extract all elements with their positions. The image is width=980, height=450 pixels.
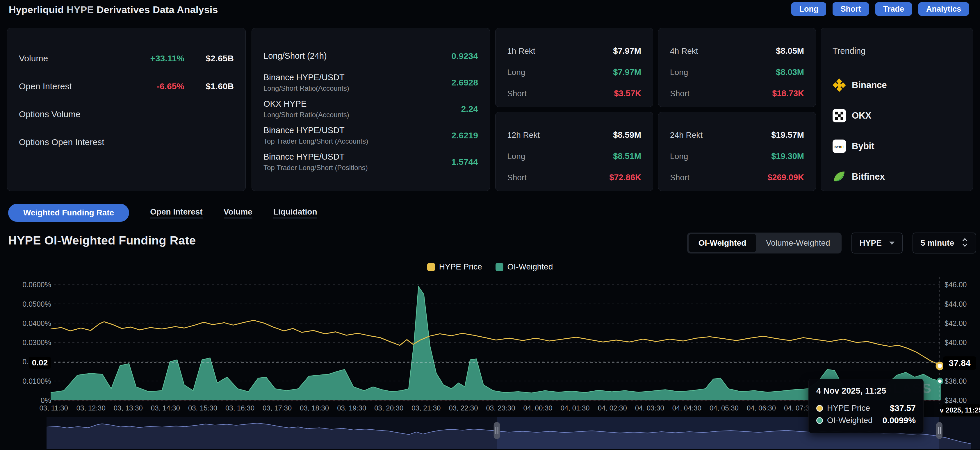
svg-text:$42.00: $42.00: [945, 319, 967, 328]
svg-text:04, 03:30: 04, 03:30: [635, 404, 664, 412]
svg-text:03, 12:30: 03, 12:30: [76, 404, 105, 412]
svg-text:$46.00: $46.00: [945, 280, 967, 289]
svg-text:04, 01:30: 04, 01:30: [561, 404, 590, 412]
svg-text:0.0400%: 0.0400%: [22, 319, 51, 328]
svg-text:$34.00: $34.00: [945, 396, 967, 404]
svg-text:03, 21:30: 03, 21:30: [412, 404, 441, 412]
svg-text:03, 20:30: 03, 20:30: [374, 404, 403, 412]
svg-text:04, 04:30: 04, 04:30: [672, 404, 702, 412]
svg-text:$36.00: $36.00: [945, 377, 967, 385]
hype-price-dot-icon: [816, 405, 823, 412]
svg-text:03, 15:30: 03, 15:30: [188, 404, 217, 412]
navigator-right-handle[interactable]: [936, 422, 942, 439]
svg-text:0%: 0%: [41, 396, 51, 404]
oi-weighted-swatch: [496, 263, 503, 271]
tooltip-row: OI-Weighted 0.0099%: [816, 414, 916, 426]
svg-text:0.0300%: 0.0300%: [22, 339, 51, 347]
svg-text:$40.00: $40.00: [945, 339, 967, 347]
legend-label: HYPE Price: [439, 262, 482, 272]
svg-text:03, 14:30: 03, 14:30: [151, 404, 180, 412]
svg-text:03, 19:30: 03, 19:30: [337, 404, 366, 412]
svg-text:03, 17:30: 03, 17:30: [262, 404, 292, 412]
legend-item-hype-price[interactable]: HYPE Price: [427, 262, 482, 272]
svg-text:03, 11:30: 03, 11:30: [40, 404, 68, 412]
legend-item-oi-weighted[interactable]: OI-Weighted: [496, 262, 553, 272]
svg-text:03, 22:30: 03, 22:30: [449, 404, 478, 412]
tooltip-value: 0.0099%: [883, 416, 916, 425]
svg-text:04, 06:30: 04, 06:30: [747, 404, 776, 412]
navigator-left-handle[interactable]: [494, 422, 500, 439]
svg-text:$44.00: $44.00: [945, 300, 967, 308]
svg-text:03, 23:30: 03, 23:30: [486, 404, 515, 412]
svg-text:03, 13:30: 03, 13:30: [114, 404, 143, 412]
svg-text:37.84: 37.84: [948, 358, 970, 368]
svg-text:v 2025, 11:25: v 2025, 11:25: [940, 406, 980, 414]
svg-text:04, 02:30: 04, 02:30: [598, 404, 627, 412]
chart-tooltip: 4 Nov 2025, 11:25 HYPE Price $37.57 OI-W…: [808, 379, 924, 433]
tooltip-label: HYPE Price: [827, 404, 886, 413]
tooltip-value: $37.57: [890, 404, 916, 413]
tooltip-row: HYPE Price $37.57: [816, 402, 916, 414]
svg-text:03, 18:30: 03, 18:30: [300, 404, 329, 412]
svg-text:04, 05:30: 04, 05:30: [710, 404, 739, 412]
tooltip-label: OI-Weighted: [827, 416, 878, 425]
chart-legend: HYPE Price OI-Weighted: [0, 262, 980, 272]
oi-weighted-dot-icon: [816, 417, 823, 424]
hype-price-swatch: [427, 263, 435, 271]
svg-text:0.0500%: 0.0500%: [22, 300, 51, 308]
svg-text:04, 00:30: 04, 00:30: [523, 404, 552, 412]
hyperliquid-derivatives-dashboard: Hyperliquid HYPE Derivatives Data Analys…: [0, 0, 980, 450]
svg-text:0.0600%: 0.0600%: [22, 280, 51, 289]
tooltip-title: 4 Nov 2025, 11:25: [816, 386, 916, 396]
svg-text:03, 16:30: 03, 16:30: [225, 404, 255, 412]
legend-label: OI-Weighted: [508, 262, 553, 272]
svg-text:0.0100%: 0.0100%: [22, 377, 51, 385]
svg-text:0.02: 0.02: [32, 358, 48, 367]
